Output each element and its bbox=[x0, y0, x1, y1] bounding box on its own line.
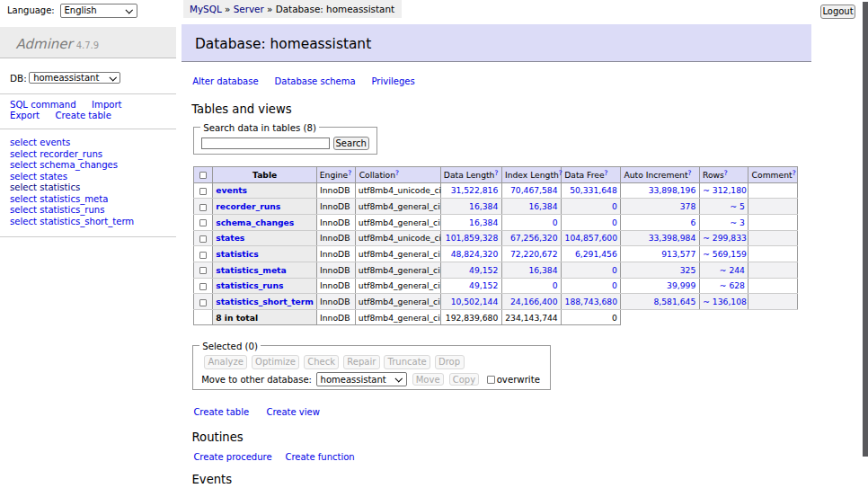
sidebar-item-select-schema_changes[interactable]: select schema_changes bbox=[10, 160, 134, 172]
help-link[interactable]: ? bbox=[724, 169, 728, 177]
analyze-button[interactable]: Analyze bbox=[204, 355, 247, 369]
sidebar-link-sql-command[interactable]: SQL command bbox=[10, 100, 76, 110]
sidebar-item-select-statistics_meta[interactable]: select statistics_meta bbox=[10, 194, 134, 206]
data_free-link[interactable]: 104,857,600 bbox=[565, 233, 617, 243]
sidebar-item-select-states[interactable]: select states bbox=[10, 172, 134, 183]
row-checkbox[interactable] bbox=[199, 267, 207, 274]
data_free-link[interactable]: 0 bbox=[612, 265, 617, 275]
data_free-link[interactable]: 0 bbox=[612, 201, 617, 211]
scrollbar-thumb[interactable] bbox=[863, 2, 868, 457]
index_length-link[interactable]: 16,384 bbox=[528, 201, 557, 211]
help-link[interactable]: ? bbox=[793, 169, 796, 177]
search-button[interactable]: Search bbox=[333, 137, 369, 150]
data_free-link[interactable]: 0 bbox=[612, 280, 617, 290]
rows-link[interactable]: ~ 3 bbox=[730, 217, 744, 227]
rows-link[interactable]: ~ 136,108 bbox=[703, 297, 747, 306]
row-checkbox[interactable] bbox=[199, 204, 207, 211]
copy-button[interactable]: Copy bbox=[449, 373, 479, 386]
auto_increment-link[interactable]: 378 bbox=[680, 201, 696, 211]
help-link[interactable]: ? bbox=[559, 169, 562, 177]
index_length-link[interactable]: 16,384 bbox=[528, 265, 557, 275]
sidebar-item-select-statistics_short_term[interactable]: select statistics_short_term bbox=[10, 217, 134, 228]
data_free-link[interactable]: 0 bbox=[612, 217, 617, 227]
logout-button[interactable]: Logout bbox=[820, 4, 855, 19]
sidebar-item-select-recorder_runs[interactable]: select recorder_runs bbox=[10, 149, 134, 161]
index_length-link[interactable]: 72,220,672 bbox=[510, 249, 558, 259]
rows-link[interactable]: ~ 628 bbox=[720, 280, 745, 290]
scrollbar-track[interactable] bbox=[861, 0, 868, 488]
move-db-select[interactable]: homeassistant bbox=[316, 372, 407, 386]
action-link-privileges[interactable]: Privileges bbox=[372, 76, 415, 86]
rows-link[interactable]: ~ 569,159 bbox=[703, 249, 747, 259]
row-checkbox[interactable] bbox=[199, 219, 207, 226]
auto_increment-link[interactable]: 6 bbox=[690, 217, 695, 227]
sidebar-link-import[interactable]: Import bbox=[92, 100, 122, 110]
data_length-link[interactable]: 48,824,320 bbox=[451, 249, 499, 259]
row-checkbox[interactable] bbox=[199, 252, 207, 259]
table-link-recorder_runs[interactable]: recorder_runs bbox=[216, 201, 280, 211]
data_length-link[interactable]: 49,152 bbox=[469, 280, 498, 290]
help-link[interactable]: ? bbox=[688, 169, 692, 177]
sidebar-link-create-table[interactable]: Create table bbox=[56, 111, 111, 120]
create-view-link[interactable]: Create view bbox=[266, 407, 319, 417]
app-logo[interactable]: Adminer bbox=[16, 36, 73, 52]
row-checkbox[interactable] bbox=[199, 299, 207, 306]
table-link-schema_changes[interactable]: schema_changes bbox=[216, 217, 294, 227]
truncate-button[interactable]: Truncate bbox=[384, 355, 430, 369]
index_length-link[interactable]: 0 bbox=[553, 280, 558, 290]
overwrite-checkbox[interactable] bbox=[487, 376, 495, 384]
row-checkbox[interactable] bbox=[199, 283, 207, 290]
language-select[interactable]: English bbox=[60, 4, 137, 18]
index_length-link[interactable]: 67,256,320 bbox=[510, 233, 558, 243]
help-link[interactable]: ? bbox=[395, 169, 399, 177]
select-all-checkbox[interactable] bbox=[199, 172, 207, 179]
sidebar-link-export[interactable]: Export bbox=[10, 111, 40, 120]
row-checkbox[interactable] bbox=[199, 188, 207, 195]
table-link-statistics[interactable]: statistics bbox=[216, 249, 259, 259]
breadcrumb-link-mysql[interactable]: MySQL bbox=[190, 4, 222, 14]
auto_increment-link[interactable]: 33,398,984 bbox=[649, 233, 696, 243]
rows-link[interactable]: ~ 244 bbox=[720, 265, 745, 275]
rows-link[interactable]: ~ 299,833 bbox=[703, 233, 747, 243]
drop-button[interactable]: Drop bbox=[435, 355, 465, 369]
data_length-link[interactable]: 31,522,816 bbox=[451, 185, 499, 195]
auto_increment-link[interactable]: 913,577 bbox=[661, 249, 695, 259]
index_length-link[interactable]: 0 bbox=[553, 217, 558, 227]
optimize-button[interactable]: Optimize bbox=[252, 355, 300, 369]
index_length-link[interactable]: 24,166,400 bbox=[510, 297, 558, 306]
data_length-link[interactable]: 16,384 bbox=[469, 217, 498, 227]
table-link-events[interactable]: events bbox=[216, 185, 247, 195]
rows-link[interactable]: ~ 5 bbox=[730, 201, 744, 211]
row-checkbox[interactable] bbox=[199, 235, 207, 243]
index_length-link[interactable]: 70,467,584 bbox=[510, 185, 558, 195]
table-link-statistics_short_term[interactable]: statistics_short_term bbox=[216, 297, 314, 306]
repair-button[interactable]: Repair bbox=[343, 355, 380, 369]
sidebar-item-select-events[interactable]: select events bbox=[10, 138, 134, 149]
create-function-link[interactable]: Create function bbox=[285, 452, 354, 462]
sidebar-item-select-statistics[interactable]: select statistics bbox=[10, 182, 134, 194]
help-link[interactable]: ? bbox=[605, 169, 608, 177]
data_length-link[interactable]: 101,859,328 bbox=[446, 233, 498, 243]
data_free-link[interactable]: 188,743,680 bbox=[565, 297, 617, 306]
sidebar-item-select-statistics_runs[interactable]: select statistics_runs bbox=[10, 205, 134, 217]
auto_increment-link[interactable]: 33,898,196 bbox=[649, 185, 696, 195]
search-input[interactable] bbox=[201, 138, 330, 149]
rows-link[interactable]: ~ 312,180 bbox=[703, 185, 747, 195]
data_free-link[interactable]: 6,291,456 bbox=[575, 249, 617, 259]
db-select[interactable]: homeassistant bbox=[29, 72, 120, 84]
create-procedure-link[interactable]: Create procedure bbox=[193, 452, 271, 462]
move-button[interactable]: Move bbox=[412, 373, 444, 386]
check-button[interactable]: Check bbox=[304, 355, 340, 369]
action-link-alter-database[interactable]: Alter database bbox=[192, 76, 258, 86]
action-link-database-schema[interactable]: Database schema bbox=[275, 76, 356, 86]
create-table-link[interactable]: Create table bbox=[193, 407, 249, 417]
auto_increment-link[interactable]: 325 bbox=[680, 265, 696, 275]
table-link-states[interactable]: states bbox=[216, 233, 244, 243]
data_length-link[interactable]: 16,384 bbox=[469, 201, 498, 211]
auto_increment-link[interactable]: 8,581,645 bbox=[653, 297, 695, 306]
data_length-link[interactable]: 49,152 bbox=[469, 265, 498, 275]
table-link-statistics_runs[interactable]: statistics_runs bbox=[216, 280, 283, 290]
data_length-link[interactable]: 10,502,144 bbox=[451, 297, 499, 306]
auto_increment-link[interactable]: 39,999 bbox=[667, 280, 695, 290]
breadcrumb-link-server[interactable]: Server bbox=[234, 4, 264, 14]
